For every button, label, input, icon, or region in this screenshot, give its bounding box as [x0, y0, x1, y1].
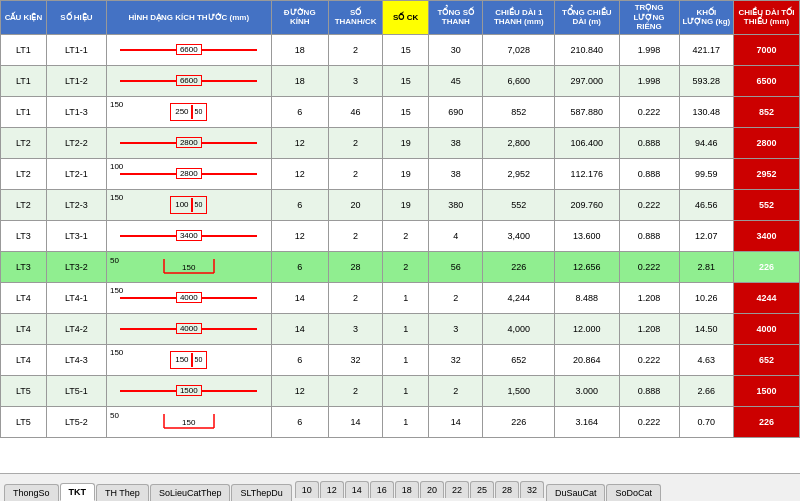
tab-num-14[interactable]: 14: [345, 481, 369, 498]
tab-num-10[interactable]: 10: [295, 481, 319, 498]
header-tongchieudai: TỔNG CHIỀU DÀI (m): [555, 1, 619, 35]
table-row: LT2LT2-1100280012219382,952112.1760.8889…: [1, 158, 800, 189]
header-toithieu: CHIỀU DÀI TỐI THIỂU (mm): [734, 1, 800, 35]
tab-numbers: 10121416182022252832: [293, 478, 546, 501]
tab-sodocat[interactable]: SoDoCat: [606, 484, 661, 501]
header-hinhkhich: HÌNH DẠNG KÍCH THƯỚC (mm): [106, 1, 271, 35]
table-row: LT5LT5-11500122121,5003.0000.8882.661500: [1, 375, 800, 406]
header-khoiluong: KHỐI LƯỢNG (kg): [679, 1, 733, 35]
tab-num-18[interactable]: 18: [395, 481, 419, 498]
main-container: CẤU KIỆN SỐ HIỆU HÌNH DẠNG KÍCH THƯỚC (m…: [0, 0, 800, 501]
table-row: LT3LT3-25015062825622612.6560.2222.81226: [1, 251, 800, 282]
header-chieudai1: CHIỀU DÀI 1 THANH (mm): [483, 1, 555, 35]
header-sohieu: SỐ HIỆU: [46, 1, 106, 35]
tab-ththep[interactable]: TH Thep: [96, 484, 149, 501]
table-row: LT4LT4-24000143134,00012.0001.20814.5040…: [1, 313, 800, 344]
tab-num-22[interactable]: 22: [445, 481, 469, 498]
header-sothanh: SỐ THANH/CK: [328, 1, 382, 35]
tab-thongso[interactable]: ThongSo: [4, 484, 59, 501]
svg-text:150: 150: [182, 263, 196, 272]
tab-num-25[interactable]: 25: [470, 481, 494, 498]
tab-num-28[interactable]: 28: [495, 481, 519, 498]
table-row: LT2LT2-31501005062019380552209.7600.2224…: [1, 189, 800, 220]
svg-text:150: 150: [182, 418, 196, 427]
header-trongluong: TRỌNG LƯỢNG RIÊNG: [619, 1, 679, 35]
tab-num-32[interactable]: 32: [520, 481, 544, 498]
header-caukien: CẤU KIỆN: [1, 1, 47, 35]
tab-tkt[interactable]: TKT: [60, 483, 96, 501]
tab-num-12[interactable]: 12: [320, 481, 344, 498]
header-sock: SỐ CK: [383, 1, 429, 35]
table-row: LT4LT4-31501505063213265220.8640.2224.63…: [1, 344, 800, 375]
header-tongsothanh: TỔNG SỐ THANH: [429, 1, 483, 35]
main-table: CẤU KIỆN SỐ HIỆU HÌNH DẠNG KÍCH THƯỚC (m…: [0, 0, 800, 438]
tab-num-16[interactable]: 16: [370, 481, 394, 498]
table-area: CẤU KIỆN SỐ HIỆU HÌNH DẠNG KÍCH THƯỚC (m…: [0, 0, 800, 473]
header-duongkinh: ĐƯỜNG KÍNH: [271, 1, 328, 35]
table-row: LT1LT1-1660018215307,028210.8401.998421.…: [1, 34, 800, 65]
tab-num-20[interactable]: 20: [420, 481, 444, 498]
table-row: LT4LT4-11504000142124,2448.4881.20810.26…: [1, 282, 800, 313]
table-row: LT1LT1-2660018315456,600297.0001.998593.…: [1, 65, 800, 96]
tab-bar: ThongSo TKT TH Thep SoLieuCatThep SLThep…: [0, 473, 800, 501]
tab-dusaucat[interactable]: DuSauCat: [546, 484, 606, 501]
tab-solieucatthep[interactable]: SoLieuCatThep: [150, 484, 231, 501]
table-row: LT3LT3-13400122243,40013.6000.88812.0734…: [1, 220, 800, 251]
table-row: LT1LT1-31502505064615690852587.8800.2221…: [1, 96, 800, 127]
table-row: LT5LT5-2501506141142263.1640.2220.70226: [1, 406, 800, 437]
table-row: LT2LT2-2280012219382,800106.4000.88894.4…: [1, 127, 800, 158]
tab-slthepdu[interactable]: SLThepDu: [231, 484, 291, 501]
